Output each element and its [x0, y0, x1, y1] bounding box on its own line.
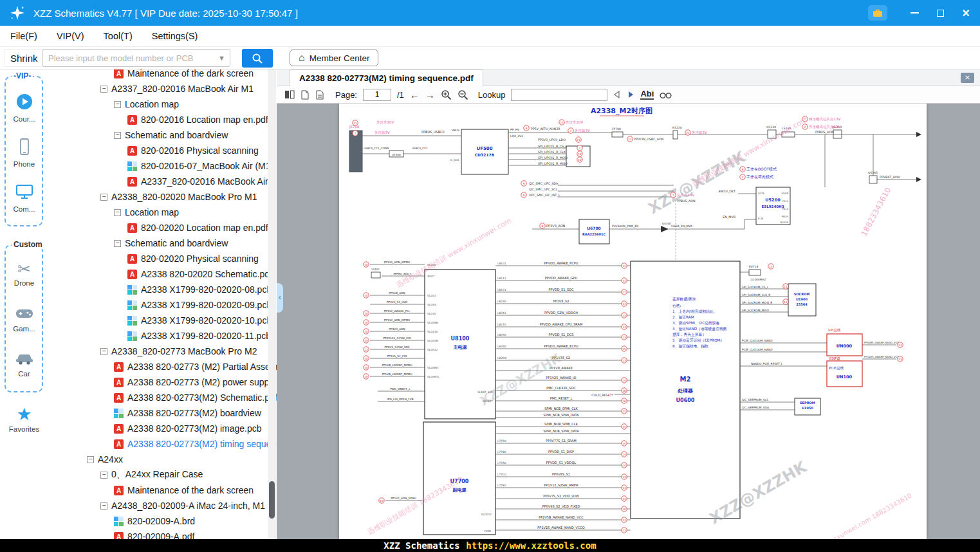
tree-item[interactable]: AMaintenance of the dark screen [48, 483, 277, 498]
tree-item[interactable]: −A2337_820-02016 MacBook Air M1 [48, 81, 277, 97]
menu-file[interactable]: File(F) [10, 31, 37, 41]
tree-item[interactable]: A820-02020 Physical scanning [48, 251, 277, 266]
tree-collapse-icon[interactable]: − [114, 132, 121, 139]
svg-text:工作在BOOT模式: 工作在BOOT模式 [746, 167, 777, 171]
svg-text:13: 13 [622, 302, 626, 306]
svg-text:PP1V8_LDOINT_MPMU: PP1V8_LDOINT_MPMU [382, 363, 412, 367]
svg-text:XOUT: XOUT [427, 275, 435, 278]
tree-scrollbar-thumb[interactable] [269, 481, 275, 519]
zoom-in-icon[interactable] [441, 89, 452, 100]
previous-page-icon[interactable]: ← [410, 89, 420, 100]
svg-text:升压升20V: 升压升20V [376, 120, 394, 124]
tree-scrollbar[interactable] [268, 69, 276, 539]
single-page-view-icon[interactable] [300, 90, 310, 100]
tree-item[interactable]: A2338 X1799-820-02020-08.pcb [48, 282, 277, 297]
tree-collapse-icon[interactable]: − [114, 209, 121, 216]
menu-tool[interactable]: Tool(T) [104, 31, 133, 41]
tree-item[interactable]: A2338 X1799-820-02020-10.pcb [48, 313, 277, 328]
page-number-input[interactable] [363, 89, 391, 101]
svg-text:SPI总线: SPI总线 [828, 328, 841, 332]
tree-collapse-icon[interactable]: − [100, 502, 107, 510]
binoculars-icon[interactable] [660, 91, 672, 99]
tree-item-label: A24xx [98, 454, 123, 465]
sidebar-item-courses[interactable]: Cour... [0, 93, 48, 123]
tree-item-label: Location map [125, 99, 179, 109]
tree-item-label: Schematic and boardview [125, 238, 228, 248]
pdf-canvas-area[interactable]: A2338_M2时序图升压升20V升压前3VJE700PPBUS_USBC0VB… [277, 104, 980, 539]
member-center-button[interactable]: ⌂ Member Center [290, 50, 378, 66]
next-page-icon[interactable]: → [425, 89, 435, 100]
tree-item[interactable]: −0、A24xx Repair Case [48, 467, 277, 483]
svg-text:升压前3V: 升压前3V [575, 129, 590, 133]
tree-collapse-icon[interactable]: − [100, 472, 107, 479]
tree-collapse-icon[interactable]: − [100, 86, 107, 93]
svg-text:IPD_LID_OPEN_1V8: IPD_LID_OPEN_1V8 [387, 398, 414, 401]
tree-item[interactable]: A820-02016 Location map en.pdf [48, 112, 277, 127]
tree-item[interactable]: AA2337_820-02016 MacBook Air [48, 174, 277, 189]
shrink-button[interactable]: Shrink [4, 49, 44, 67]
menu-vip[interactable]: VIP(V) [57, 31, 84, 41]
search-button[interactable] [242, 49, 273, 68]
svg-text:PP0V8S_AWAKE_NAND_VDD: PP0V8S_AWAKE_NAND_VDD [864, 341, 900, 344]
minimize-button[interactable] [905, 4, 923, 22]
tree-item[interactable]: A2338 X1799-820-02020-09.pcb [48, 297, 277, 313]
svg-text:PPVDD_S2W_VDDCH: PPVDD_S2W_VDDCH [544, 311, 578, 315]
tree-item[interactable]: −A2338_820-02020 MacBook Pro M1 [48, 189, 277, 205]
facing-pages-icon[interactable] [284, 90, 295, 99]
tree-item[interactable]: 820-02009-A.brd [48, 513, 277, 529]
tree-item[interactable]: A820-02020 Location map en.pdf [48, 220, 277, 235]
vip-briefcase-button[interactable] [868, 5, 887, 21]
close-document-icon[interactable]: ✕ [961, 73, 974, 83]
sidebar-item-game[interactable]: Gam... [0, 306, 48, 333]
tree-item[interactable]: A820-02016 Physical scanning [48, 143, 277, 158]
tree-item[interactable]: AA2338 820-02773 (M2) power supply [48, 374, 277, 390]
tree-item[interactable]: AA2338 820-02773(M2) Schematic.pdf [48, 390, 277, 405]
sidebar-item-favorites[interactable]: ★ Favorites [0, 406, 48, 433]
tree-item[interactable]: −A2338_820-02773 MacBook Pro M2 [48, 344, 277, 359]
tree-item[interactable]: A820-02009-A.pdf [48, 529, 277, 539]
zoom-out-icon[interactable] [458, 89, 468, 100]
tree-collapse-icon[interactable]: − [114, 240, 121, 247]
tree-item[interactable]: AMaintenance of the dark screen [48, 69, 277, 81]
sidebar-item-phone[interactable]: Phone [0, 138, 48, 168]
find-next-icon[interactable] [627, 91, 634, 98]
tree-item[interactable]: −A2438_820-02009-A iMac 24-inch, M1 [48, 498, 277, 513]
close-button[interactable]: × [957, 4, 975, 22]
tree-collapse-icon[interactable]: − [100, 348, 107, 355]
tree-item[interactable]: −Location map [48, 205, 277, 220]
svg-text:Q5265: Q5265 [868, 171, 878, 174]
sidebar-item-car[interactable]: Car [0, 351, 48, 378]
tree-item[interactable]: A2338 820-02773(M2) boardview [48, 405, 277, 421]
find-previous-icon[interactable] [613, 91, 621, 98]
tree-item[interactable]: −Schematic and boardview [48, 127, 277, 143]
pdf-file-icon: A [127, 146, 137, 156]
collapse-sidebar-handle[interactable]: ‹ [277, 283, 283, 313]
document-tab[interactable]: A2338 820-02773(M2) timing sequence.pdf [290, 69, 483, 86]
continuous-view-icon[interactable] [315, 90, 324, 100]
match-case-toggle[interactable]: Abi [640, 89, 654, 100]
svg-text:13: 13 [898, 344, 902, 347]
maximize-button[interactable] [931, 4, 949, 22]
tree-collapse-icon[interactable]: − [100, 194, 107, 201]
menu-settings[interactable]: Settings(S) [152, 31, 198, 41]
svg-text:PPVDD_S1_DISP: PPVDD_S1_DISP [548, 450, 574, 454]
tree-item[interactable]: AA2338 820-02020 Schematic.pdf [48, 266, 277, 282]
tree-item[interactable]: AA2338 820-02773(M2) timing sequence.pdf [48, 436, 277, 452]
tree-item[interactable]: AA2338 820-02773(M2) image.pcb [48, 421, 277, 436]
tree-collapse-icon[interactable]: − [87, 456, 94, 463]
tree-item-label: 820-02016-07_MacBook Air (M1) [141, 161, 273, 171]
tree-item[interactable]: 820-02016-07_MacBook Air (M1) [48, 158, 277, 174]
sidebar-item-computer[interactable]: Com... [0, 183, 48, 213]
tree-item[interactable]: −Location map [48, 97, 277, 112]
tree-item[interactable]: −A24xx [48, 452, 277, 467]
tree-item[interactable]: A2338 X1799-820-02020-11.pcb [48, 328, 277, 344]
search-input[interactable] [43, 50, 230, 66]
svg-text:UF500: UF500 [476, 146, 492, 151]
svg-text:UN100: UN100 [837, 374, 853, 380]
tree-item[interactable]: −Schematic and boardview [48, 235, 277, 251]
svg-text:VLD04: VLD04 [427, 303, 436, 306]
tree-item[interactable]: AA2338 820-02773 (M2) Partial Assembly [48, 359, 277, 374]
tree-collapse-icon[interactable]: − [114, 101, 121, 108]
sidebar-item-drone[interactable]: ✂ Drone [0, 261, 48, 287]
lookup-input[interactable] [511, 89, 607, 101]
